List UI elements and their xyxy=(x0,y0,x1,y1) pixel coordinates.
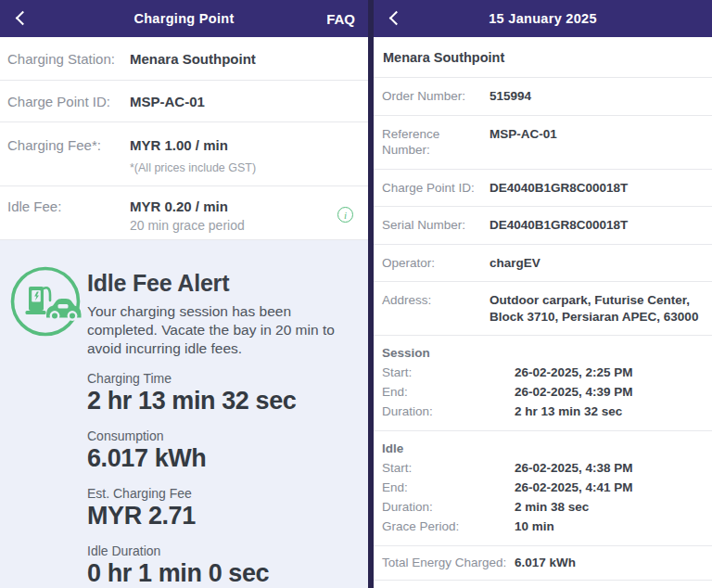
idle-duration-label: Idle Duration xyxy=(87,543,358,558)
reference-number-row: Reference Number: MSP-AC-01 xyxy=(374,116,712,170)
address-value: Outdoor carpark, Futurise Center, Block … xyxy=(490,292,706,325)
charge-point-id-row: Charge Point ID: DE4040B1GR8C00018T xyxy=(374,170,712,208)
reference-number-value: MSP-AC-01 xyxy=(490,126,557,159)
charging-time-label: Charging Time xyxy=(87,371,358,386)
session-end-value: 26-02-2025, 4:39 PM xyxy=(515,382,633,402)
charging-app-screens: Charging Point FAQ Charging Station: Men… xyxy=(0,0,712,588)
idle-end-row: End: 26-02-2025, 4:41 PM xyxy=(382,478,706,497)
charging-point-screen: Charging Point FAQ Charging Station: Men… xyxy=(0,0,368,588)
charging-fee-label: Charging Fee*: xyxy=(7,137,130,185)
idle-group: Idle Start: 26-02-2025, 4:38 PM End: 26-… xyxy=(374,431,712,546)
charge-point-id-row: Charge Point ID: MSP-AC-01 xyxy=(0,81,368,122)
charging-fee-row: Charging Fee*: MYR 1.00 / min *(All pric… xyxy=(0,122,368,186)
idle-duration-label: Duration: xyxy=(382,497,515,517)
serial-number-row: Serial Number: DE4040B1GR8C00018T xyxy=(374,207,712,245)
reference-number-label: Reference Number: xyxy=(382,126,480,159)
charging-fee-amount: MYR 1.00 / min xyxy=(130,137,228,153)
charge-point-id-value: MSP-AC-01 xyxy=(130,94,205,109)
operator-row: Operator: chargEV xyxy=(374,245,712,283)
charging-time-stat: Charging Time 2 hr 13 min 32 sec xyxy=(87,371,358,415)
info-icon[interactable]: i xyxy=(337,207,353,223)
session-start-label: Start: xyxy=(382,363,515,382)
faq-button[interactable]: FAQ xyxy=(326,11,355,27)
order-detail-screen: 15 January 2025 Menara Southpoint Order … xyxy=(374,0,712,588)
address-row: Address: Outdoor carpark, Futurise Cente… xyxy=(374,282,712,336)
back-icon[interactable] xyxy=(385,8,405,29)
charging-station-row: Charging Station: Menara Southpoint xyxy=(0,37,368,81)
session-start-value: 26-02-2025, 2:25 PM xyxy=(515,363,633,382)
grace-period-label: Grace Period: xyxy=(382,517,515,536)
gst-note: *(All prices include GST) xyxy=(130,161,256,174)
operator-value: chargEV xyxy=(490,255,540,272)
session-end-label: End: xyxy=(382,382,515,402)
charging-station-value: Menara Southpoint xyxy=(130,51,256,67)
consumption-stat: Consumption 6.017 kWh xyxy=(87,428,358,473)
est-charging-fee-value: MYR 2.71 xyxy=(87,502,358,530)
est-charging-fee-label: Est. Charging Fee xyxy=(87,486,358,501)
serial-number-label: Serial Number: xyxy=(382,217,480,234)
date-title: 15 January 2025 xyxy=(374,11,712,26)
left-header: Charging Point FAQ xyxy=(0,0,368,37)
charging-time-value: 2 hr 13 min 32 sec xyxy=(87,387,358,415)
right-header: 15 January 2025 xyxy=(374,0,712,37)
charging-fee-value: MYR 1.00 / min *(All prices include GST) xyxy=(130,137,256,185)
idle-duration-stat: Idle Duration 0 hr 1 min 0 sec xyxy=(87,543,358,588)
idle-fee-value: MYR 0.20 / min 20 min grace period xyxy=(130,198,245,239)
serial-number-value: DE4040B1GR8C00018T xyxy=(490,217,628,234)
session-end-row: End: 26-02-2025, 4:39 PM xyxy=(382,382,706,402)
idle-start-row: Start: 26-02-2025, 4:38 PM xyxy=(382,458,706,478)
charging-station-label: Charging Station: xyxy=(7,51,130,67)
order-number-value: 515994 xyxy=(490,88,531,105)
operator-label: Operator: xyxy=(382,255,480,272)
address-label: Address: xyxy=(382,292,480,325)
idle-end-value: 26-02-2025, 4:41 PM xyxy=(515,478,633,497)
grace-period-note: 20 min grace period xyxy=(130,218,245,233)
back-icon[interactable] xyxy=(11,8,32,29)
est-charging-fee-stat: Est. Charging Fee MYR 2.71 xyxy=(87,486,358,530)
idle-fee-label: Idle Fee: xyxy=(7,198,130,239)
idle-fee-amount: MYR 0.20 / min xyxy=(130,198,228,214)
idle-duration-value: 0 hr 1 min 0 sec xyxy=(87,559,358,588)
station-name: Menara Southpoint xyxy=(374,37,712,78)
grace-period-value: 10 min xyxy=(515,517,554,536)
order-number-row: Order Number: 515994 xyxy=(374,78,712,116)
idle-duration-row: Duration: 2 min 38 sec xyxy=(382,497,706,517)
consumption-value: 6.017 kWh xyxy=(87,444,358,473)
session-group: Session Start: 26-02-2025, 2:25 PM End: … xyxy=(374,336,712,431)
ev-charger-car-icon xyxy=(9,265,82,338)
total-energy-label: Total Energy Charged: xyxy=(382,555,515,571)
session-group-title: Session xyxy=(382,343,706,363)
idle-end-label: End: xyxy=(382,478,515,497)
charge-point-id-label: Charge Point ID: xyxy=(7,94,130,109)
total-energy-value: 6.017 kWh xyxy=(515,555,576,571)
idle-fee-alert-panel: Idle Fee Alert Your charging session has… xyxy=(0,240,368,588)
idle-start-value: 26-02-2025, 4:38 PM xyxy=(515,458,633,478)
order-number-label: Order Number: xyxy=(382,88,480,105)
idle-fee-row: Idle Fee: MYR 0.20 / min 20 min grace pe… xyxy=(0,186,368,240)
session-duration-label: Duration: xyxy=(382,402,515,421)
alert-title: Idle Fee Alert xyxy=(87,270,358,297)
total-energy-row: Total Energy Charged: 6.017 kWh xyxy=(374,546,712,581)
idle-duration-value: 2 min 38 sec xyxy=(515,497,589,517)
alert-message: Your charging session has been completed… xyxy=(87,302,358,358)
consumption-label: Consumption xyxy=(87,428,358,443)
session-duration-row: Duration: 2 hr 13 min 32 sec xyxy=(382,402,706,421)
session-start-row: Start: 26-02-2025, 2:25 PM xyxy=(382,363,706,382)
alert-body: Idle Fee Alert Your charging session has… xyxy=(87,265,358,588)
charge-point-id-label: Charge Point ID: xyxy=(382,180,480,197)
charge-point-id-value: DE4040B1GR8C00018T xyxy=(490,180,628,197)
idle-start-label: Start: xyxy=(382,458,515,478)
session-duration-value: 2 hr 13 min 32 sec xyxy=(515,402,622,421)
grace-period-row: Grace Period: 10 min xyxy=(382,517,706,536)
page-title: Charging Point xyxy=(0,11,368,26)
idle-group-title: Idle xyxy=(382,439,706,458)
